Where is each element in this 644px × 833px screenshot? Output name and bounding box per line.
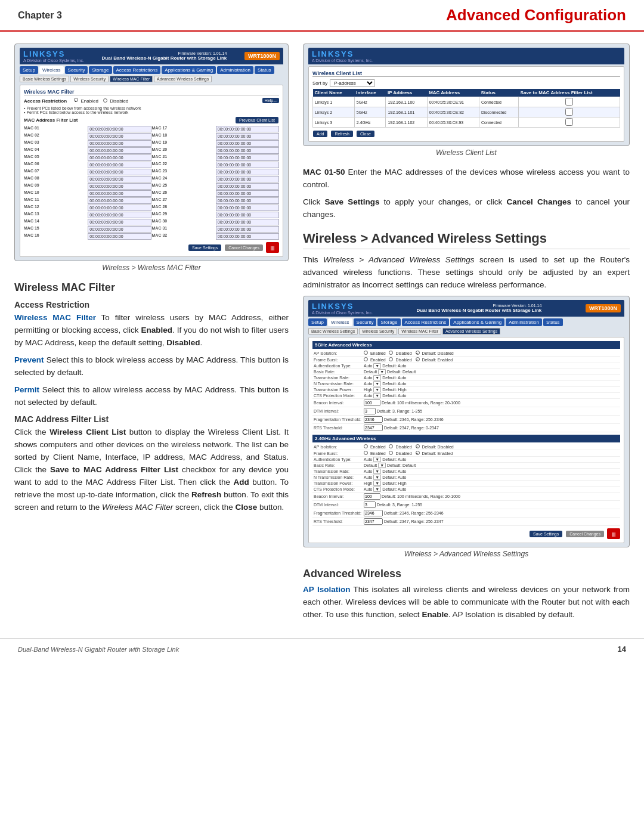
adv-row-ap-isolation-24: AP Isolation: Enabled Disabled Default: …	[312, 444, 620, 450]
sort-select[interactable]: P-address Interface IP Address MAC Addre…	[330, 79, 375, 87]
enabled-radio[interactable]	[74, 98, 78, 102]
adv-nav-security[interactable]: Security	[354, 318, 377, 326]
adv-subtab-adv[interactable]: Advanced Wireless Settings	[442, 328, 500, 335]
nav-security[interactable]: Security	[65, 66, 88, 74]
adv-subtab-basic[interactable]: Basic Wireless Settings	[308, 328, 358, 335]
mac-07[interactable]: 00:00:00:00:00:00	[88, 169, 151, 175]
nav-apps[interactable]: Applications & Gaming	[162, 66, 216, 74]
cancel-changes-btn[interactable]: Cancel Changes	[225, 244, 263, 251]
mac-26[interactable]: 00:00:00:00:00:00	[216, 190, 279, 197]
nav-wireless[interactable]: Wireless	[39, 66, 64, 74]
adv-save-btn[interactable]: Save Settings	[530, 531, 562, 537]
mac-17[interactable]: 00:00:00:00:00:00	[216, 126, 279, 132]
mac-04[interactable]: 00:00:00:00:00:00	[88, 147, 151, 154]
mac-21[interactable]: 00:00:00:00:00:00	[216, 154, 279, 161]
client-save[interactable]	[519, 107, 620, 117]
mac-18[interactable]: 00:00:00:00:00:00	[216, 133, 279, 140]
mac-23[interactable]: 00:00:00:00:00:00	[216, 169, 279, 175]
nav-storage[interactable]: Storage	[89, 66, 112, 74]
dtm-input-5[interactable]	[364, 408, 376, 414]
close-btn[interactable]: Close	[357, 131, 374, 137]
frag-input-5[interactable]	[364, 416, 383, 423]
save-checkbox[interactable]	[565, 108, 573, 116]
mac-03[interactable]: 00:00:00:00:00:00	[88, 140, 151, 147]
adv-nav-status[interactable]: Status	[543, 318, 563, 326]
save-settings-btn[interactable]: Save Settings	[188, 244, 221, 251]
adv-nav-apps[interactable]: Applications & Gaming	[450, 318, 504, 326]
mac-20[interactable]: 00:00:00:00:00:00	[216, 147, 279, 154]
mac-31[interactable]: 00:00:00:00:00:00	[216, 226, 279, 233]
mac-05[interactable]: 00:00:00:00:00:00	[88, 154, 151, 161]
mac-28[interactable]: 00:00:00:00:00:00	[216, 205, 279, 211]
mac-02[interactable]: 00:00:00:00:00:00	[88, 133, 151, 140]
mac-15[interactable]: 00:00:00:00:00:00	[88, 226, 151, 233]
client-table: Client Name Interface IP Address MAC Add…	[312, 89, 620, 128]
mac-24[interactable]: 00:00:00:00:00:00	[216, 176, 279, 182]
subtab-security[interactable]: Wireless Security	[70, 76, 109, 82]
save-checkbox[interactable]	[565, 118, 573, 126]
previous-client-btn[interactable]: Previous Client List	[236, 117, 278, 123]
adv-nav-admin[interactable]: Administration	[506, 318, 542, 326]
refresh-btn[interactable]: Refresh	[331, 131, 353, 137]
adv-firmware: Firmware Version: 1.01.14 Dual Band Wire…	[417, 304, 542, 313]
adv-subtab-mac[interactable]: Wireless MAC Filter	[398, 328, 441, 335]
mac-03-label: MAC 03	[24, 140, 87, 147]
add-btn[interactable]: Add	[313, 131, 327, 137]
col-client-name: Client Name	[313, 89, 355, 97]
mac-22[interactable]: 00:00:00:00:00:00	[216, 162, 279, 168]
access-restriction-area: Access Restriction Enabled Disabled Help…	[24, 98, 279, 104]
mac-11[interactable]: 00:00:00:00:00:00	[88, 197, 151, 204]
mac-address-grid: MAC 01 00:00:00:00:00:00 MAC 17 00:00:00…	[24, 126, 279, 240]
help-button[interactable]: Help...	[262, 98, 279, 103]
save-settings-mid: to apply your changes, or click	[379, 197, 506, 206]
adv-row-tx-power-24: Transmission Power: High ▼ Default: High	[312, 481, 620, 487]
mac-14[interactable]: 00:00:00:00:00:00	[88, 219, 151, 225]
nav-access[interactable]: Access Restrictions	[113, 66, 161, 74]
nav-status[interactable]: Status	[255, 66, 274, 74]
mac-09[interactable]: 00:00:00:00:00:00	[88, 183, 151, 190]
disabled-radio[interactable]	[103, 98, 107, 103]
mac-08[interactable]: 00:00:00:00:00:00	[88, 176, 151, 182]
mac-07-label: MAC 07	[24, 169, 87, 175]
adv-nav-storage[interactable]: Storage	[377, 318, 400, 326]
client-save[interactable]	[519, 97, 620, 107]
beacon-input-24[interactable]	[364, 493, 380, 500]
subtab-basic[interactable]: Basic Wireless Settings	[20, 76, 69, 82]
mac-01[interactable]: 00:00:00:00:00:00	[88, 126, 151, 132]
nav-admin[interactable]: Administration	[217, 66, 253, 74]
mac-10[interactable]: 00:00:00:00:00:00	[88, 190, 151, 197]
footer-page-number: 14	[618, 645, 626, 654]
save-checkbox[interactable]	[565, 98, 573, 106]
client-ip: 192.168.1.100	[386, 97, 427, 107]
permit-option: ▪ Permit PCs listed below access to the …	[24, 110, 279, 114]
subtab-mac[interactable]: Wireless MAC Filter	[110, 76, 153, 82]
mac-12[interactable]: 00:00:00:00:00:00	[88, 205, 151, 211]
beacon-input-5[interactable]	[364, 400, 380, 406]
adv-row-frame-burst-24: Frame Burst: Enabled Disabled Default: E…	[312, 450, 620, 457]
client-name: Linksys 3	[313, 117, 355, 128]
mac-22-label: MAC 22	[152, 162, 215, 168]
nav-setup[interactable]: Setup	[20, 66, 38, 74]
rts-input-24[interactable]	[364, 518, 383, 525]
adv-nav-setup[interactable]: Setup	[308, 318, 327, 326]
mac-27[interactable]: 00:00:00:00:00:00	[216, 197, 279, 204]
mac-32[interactable]: 00:00:00:00:00:00	[216, 233, 279, 240]
mac-16[interactable]: 00:00:00:00:00:00	[88, 233, 151, 240]
client-save[interactable]	[519, 117, 620, 128]
dtm-input-24[interactable]	[364, 501, 376, 508]
adv-nav-access[interactable]: Access Restrictions	[402, 318, 450, 326]
mac-range-desc: MAC 01-50 Enter the MAC addresses of the…	[303, 166, 630, 191]
adv-nav-wireless[interactable]: Wireless	[328, 318, 352, 326]
mac-30[interactable]: 00:00:00:00:00:00	[216, 219, 279, 225]
access-restriction-heading: Access Restriction	[14, 300, 289, 309]
mac-06[interactable]: 00:00:00:00:00:00	[88, 162, 151, 168]
mac-29[interactable]: 00:00:00:00:00:00	[216, 212, 279, 218]
rts-input-5[interactable]	[364, 425, 383, 431]
adv-subtab-security[interactable]: Wireless Security	[359, 328, 397, 335]
subtab-adv[interactable]: Advanced Wireless Settings	[154, 76, 212, 82]
adv-cancel-btn[interactable]: Cancel Changes	[566, 531, 604, 537]
frag-input-24[interactable]	[364, 510, 383, 516]
mac-25[interactable]: 00:00:00:00:00:00	[216, 183, 279, 190]
mac-19[interactable]: 00:00:00:00:00:00	[216, 140, 279, 147]
mac-13[interactable]: 00:00:00:00:00:00	[88, 212, 151, 218]
